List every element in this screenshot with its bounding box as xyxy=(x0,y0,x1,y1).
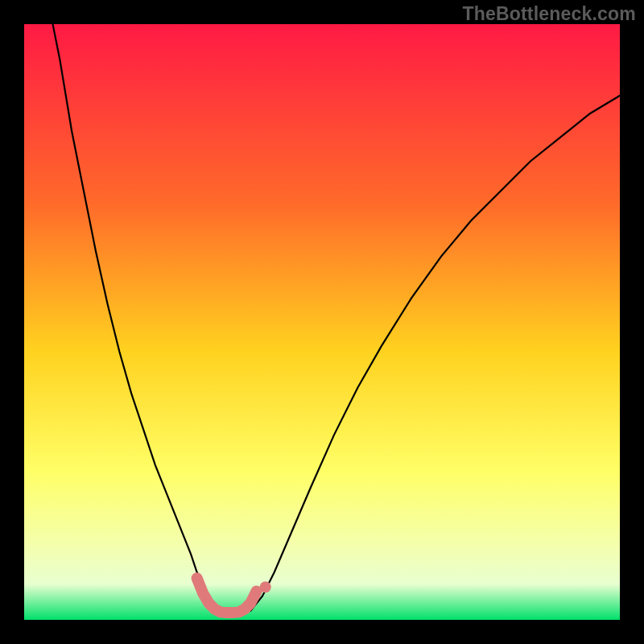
bottleneck-chart xyxy=(0,0,644,644)
watermark-text: TheBottleneck.com xyxy=(462,3,636,25)
chart-frame: TheBottleneck.com xyxy=(0,0,644,644)
plot-area xyxy=(24,24,620,620)
dot-above-valley xyxy=(260,581,271,592)
